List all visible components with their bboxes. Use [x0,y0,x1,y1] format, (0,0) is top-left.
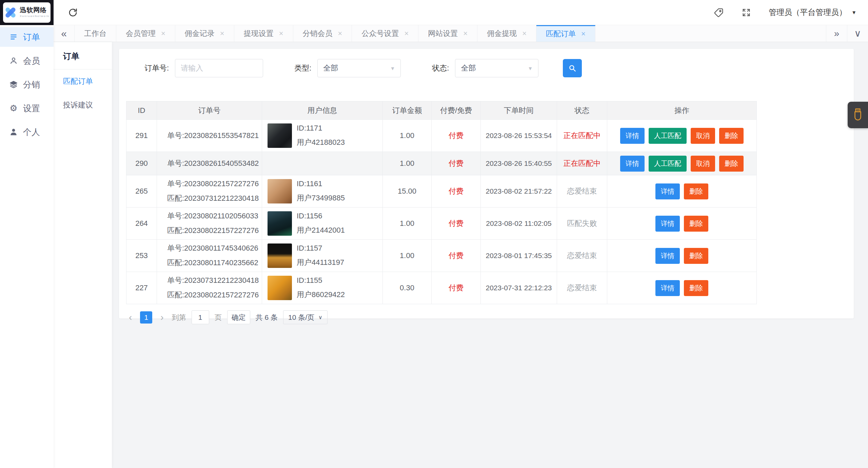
col-header-fee-type: 付费/免费 [432,101,481,120]
close-icon[interactable]: × [463,29,468,38]
cell-actions: 详情 人工匹配 取消 删除 [607,120,757,152]
col-header-id: ID [126,101,157,120]
tab-workbench[interactable]: 工作台 [75,25,116,42]
cell-status: 恋爱结束 [557,272,607,304]
close-icon[interactable]: × [161,29,165,38]
orders-panel: 订单号: 类型: 全部 ▼ 状态: [119,49,854,318]
sidebar-item-distribution[interactable]: 分销 [0,75,54,94]
manual-match-button[interactable]: 人工匹配 [649,156,687,172]
delete-button[interactable]: 删除 [684,280,708,296]
tag-icon[interactable] [714,7,724,18]
detail-button[interactable]: 详情 [655,248,680,264]
type-select[interactable]: 全部 ▼ [317,59,401,77]
col-header-user-info: 用户信息 [262,101,383,120]
tab-member-management[interactable]: 会员管理 × [116,25,175,42]
sidebar-item-settings[interactable]: ⚙ 设置 [0,98,54,118]
type-label: 类型: [294,63,311,73]
sidebar-item-orders[interactable]: 订单 [0,27,54,47]
floating-widget-button[interactable] [848,102,868,128]
close-icon[interactable]: × [404,29,409,38]
cell-status: 匹配失败 [557,208,607,240]
logo: 迅软网络 XunruanNetwork [3,2,51,23]
submenu-item-match-orders[interactable]: 匹配订单 [54,70,112,93]
user-name: 用户86029422 [297,290,345,300]
cell-user-info: ID:1171 用户42188023 [262,120,383,152]
member-icon [9,56,18,65]
close-icon[interactable]: × [581,30,586,38]
page-unit-label: 页 [215,313,222,322]
tab-commission-records[interactable]: 佣金记录 × [175,25,234,42]
user-avatar [268,243,292,268]
user-id: ID:1171 [297,124,345,133]
order-no: 单号:202308261540553482 [167,156,262,171]
sidebar-item-profile[interactable]: 个人 [0,122,54,142]
detail-button[interactable]: 详情 [655,183,680,199]
user-id: ID:1161 [297,179,345,188]
cell-fee-type: 付费 [432,152,481,175]
tabs-collapse-icon[interactable]: « [54,25,75,42]
tab-website-settings[interactable]: 网站设置 × [418,25,477,42]
goto-page-input[interactable] [192,310,209,324]
detail-button[interactable]: 详情 [620,156,645,172]
close-icon[interactable]: × [220,29,224,38]
delete-button[interactable]: 删除 [684,248,708,264]
tab-distribution-members[interactable]: 分销会员 × [293,25,352,42]
prev-page-icon[interactable]: ‹ [126,312,135,323]
next-page-icon[interactable]: › [158,312,166,323]
user-name: 用户73499885 [297,193,345,203]
user-name: 用户44113197 [297,257,344,268]
tab-label: 佣金记录 [185,28,215,39]
logo-title: 迅软网络 [20,7,50,14]
refresh-icon[interactable] [68,7,78,18]
detail-button[interactable]: 详情 [655,280,680,296]
detail-button[interactable]: 详情 [655,216,680,232]
tab-match-orders[interactable]: 匹配订单 × [536,25,595,42]
col-header-order-time: 下单时间 [481,101,557,120]
cell-amount: 1.00 [383,120,432,152]
delete-button[interactable]: 删除 [684,216,708,232]
status-select[interactable]: 全部 ▼ [455,59,538,77]
delete-button[interactable]: 删除 [719,156,744,172]
cell-fee-type: 付费 [432,240,481,272]
cancel-button[interactable]: 取消 [691,156,715,172]
admin-menu[interactable]: 管理员（平台管理员） ▼ [769,7,856,18]
sidebar-item-label: 个人 [23,126,40,138]
delete-button[interactable]: 删除 [719,128,744,144]
manual-match-button[interactable]: 人工匹配 [649,128,687,144]
cell-fee-type: 付费 [432,272,481,304]
app-screen: 迅软网络 XunruanNetwork [0,0,868,468]
sidebar: 订单 会员 分销 ⚙ 设置 个人 [0,25,54,468]
user-name: 用户42188023 [297,137,345,148]
sidebar-item-members[interactable]: 会员 [0,51,54,71]
tab-commission-withdraw[interactable]: 佣金提现 × [477,25,536,42]
person-icon [9,128,18,136]
tabs-dropdown-icon[interactable]: ∨ [847,25,868,42]
page-size-select[interactable]: 10 条/页 ∨ [283,310,328,324]
cancel-button[interactable]: 取消 [691,128,715,144]
search-button[interactable] [563,59,582,77]
match-no: 匹配:202307312212230418 [167,191,262,206]
delete-button[interactable]: 删除 [684,183,708,199]
close-icon[interactable]: × [338,29,342,38]
confirm-button[interactable]: 确定 [227,310,250,324]
col-header-status: 状态 [557,101,607,120]
cell-amount: 15.00 [383,175,432,208]
order-no: 单号:202308021102056033 [167,209,262,223]
close-icon[interactable]: × [522,29,527,38]
detail-button[interactable]: 详情 [620,128,645,144]
order-no-input[interactable] [175,59,263,77]
submenu-item-complaints[interactable]: 投诉建议 [54,93,112,117]
tab-official-account-settings[interactable]: 公众号设置 × [352,25,418,42]
sidebar-item-label: 会员 [23,55,40,66]
page-number-button[interactable]: 1 [140,311,152,324]
cell-actions: 详情 删除 [607,240,757,272]
close-icon[interactable]: × [279,29,283,38]
col-header-amount: 订单金额 [383,101,432,120]
cell-actions: 详情 删除 [607,175,757,208]
submenu: 订单 匹配订单 投诉建议 [54,42,112,468]
fullscreen-icon[interactable] [742,8,751,17]
admin-label: 管理员（平台管理员） [769,7,847,18]
usb-device-icon [852,108,864,122]
tabs-more-icon[interactable]: » [826,25,847,42]
tab-withdraw-settings[interactable]: 提现设置 × [234,25,293,42]
